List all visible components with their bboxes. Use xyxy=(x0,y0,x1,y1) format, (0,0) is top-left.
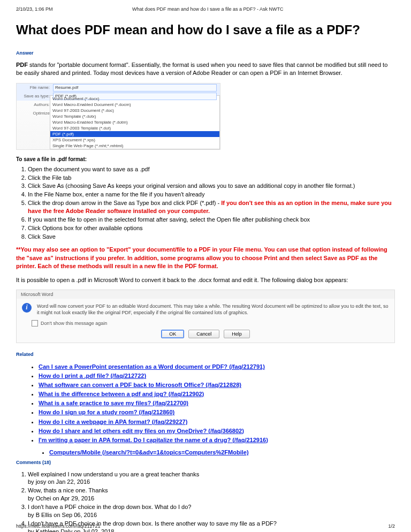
saveas-option: Word Macro-Enabled Template (*.dotm) xyxy=(50,119,219,125)
related-item: How do I cite a webpage in APA format? (… xyxy=(39,417,395,427)
related-list: Can I save a PowerPoint presentation as … xyxy=(39,362,395,444)
steps-list: Open the document you want to save as a … xyxy=(28,165,395,241)
authors-label: Authors: xyxy=(20,102,53,107)
step-item: In the File Name box, enter a name for t… xyxy=(28,191,395,199)
related-item: How do I sign up for a study room? (/faq… xyxy=(39,408,395,417)
optimize-label: Optimize xyxy=(20,111,53,116)
cancel-button[interactable]: Cancel xyxy=(188,330,219,338)
saveas-option: XPS Document (*.xps) xyxy=(50,137,219,143)
checkbox-icon xyxy=(32,320,38,326)
help-button[interactable]: Help xyxy=(224,330,250,338)
comment-item: Wow, thats a nice one. Thanksby Ochei on… xyxy=(28,487,395,503)
print-title: What does PDF mean and how do I save a f… xyxy=(132,6,284,12)
step-item: Click Save As (choosing Save As keeps yo… xyxy=(28,182,395,190)
print-header: 2/10/23, 1:06 PM What does PDF mean and … xyxy=(16,6,395,12)
info-icon: i xyxy=(22,303,32,313)
related-label: Related xyxy=(16,352,395,357)
related-topics: Computers/Mobile (/search/?t=0&adv=1&top… xyxy=(28,449,395,455)
saveas-option: Word Macro-Enabled Document (*.docm) xyxy=(50,102,219,108)
word-dialog-mock: Microsoft Word i Word will now convert y… xyxy=(16,290,395,343)
print-datetime: 2/10/23, 1:06 PM xyxy=(16,6,53,12)
related-link[interactable]: How do I print a .pdf file? (/faq/212722… xyxy=(39,373,146,379)
related-item: How do I print a .pdf file? (/faq/212722… xyxy=(39,371,395,381)
comment-item: Well explained I now understand u you ar… xyxy=(28,470,395,487)
intro-text: stands for "portable document format". E… xyxy=(16,62,387,76)
saveas-option: PDF (*.pdf) xyxy=(50,131,219,137)
comments-label: Comments (18) xyxy=(16,460,395,465)
word-dialog-title: Microsoft Word xyxy=(17,290,394,299)
related-link[interactable]: How do I sign up for a study room? (/faq… xyxy=(39,409,174,415)
comment-item: I don't have a PDF choice in the drop do… xyxy=(28,503,395,519)
saveas-option: Word 97-2003 Document (*.doc) xyxy=(50,108,219,113)
saveas-label: Save as type: xyxy=(20,94,53,98)
saveas-option: Word Template (*.dotx) xyxy=(50,113,219,119)
pdf-abbr: PDF xyxy=(16,62,28,68)
filename-label: File name: xyxy=(20,85,53,90)
related-item: How do I share and let others edit my fi… xyxy=(39,427,395,436)
word-dialog-checkbox[interactable]: Don't show this message again xyxy=(32,320,394,326)
intro-paragraph: PDF stands for "portable document format… xyxy=(16,61,395,78)
print-footer: https://nwtc.libanswers.com/faq/212721 1… xyxy=(16,523,395,529)
step-item: Click the drop down arrow in the Save as… xyxy=(28,199,395,215)
footer-url: https://nwtc.libanswers.com/faq/212721 xyxy=(16,523,101,529)
filename-field: Resume.pdf xyxy=(53,84,217,92)
related-item: Can I save a PowerPoint presentation as … xyxy=(39,362,395,371)
export-note: **You may also see an option to "Export"… xyxy=(16,246,395,270)
step-item: If you want the file to open in the sele… xyxy=(28,216,395,224)
saveas-type-list: Word Document (*.docx)Word Macro-Enabled… xyxy=(50,95,220,149)
checkbox-label: Don't show this message again xyxy=(41,321,107,326)
step-item: Open the document you want to save as a … xyxy=(28,165,395,173)
page-title: What does PDF mean and how do I save a f… xyxy=(16,22,395,37)
related-topic-link[interactable]: Computers/Mobile (/search/?t=0&adv=1&top… xyxy=(49,449,249,455)
answer-label: Answer xyxy=(16,50,395,56)
saveas-option: Word 97-2003 Template (*.dot) xyxy=(50,125,219,131)
steps-heading: To save a file in .pdf format: xyxy=(16,156,395,162)
related-link[interactable]: What is a safe practice to save my files… xyxy=(39,400,188,406)
related-link[interactable]: What is the difference between a pdf and… xyxy=(39,391,204,397)
related-item: What software can convert a PDF back to … xyxy=(39,381,395,390)
ok-button[interactable]: OK xyxy=(161,330,184,338)
related-link[interactable]: I'm writing a paper in APA format. Do I … xyxy=(39,437,268,443)
related-item: What is a safe practice to save my files… xyxy=(39,399,395,408)
step-item: Click the File tab xyxy=(28,174,395,182)
related-link[interactable]: How do I share and let others edit my fi… xyxy=(39,428,244,434)
related-link[interactable]: What software can convert a PDF back to … xyxy=(39,382,241,388)
word-dialog-msg: Word will now convert your PDF to an edi… xyxy=(37,303,389,316)
step-item: Click Save xyxy=(28,233,395,241)
related-link[interactable]: Can I save a PowerPoint presentation as … xyxy=(39,363,265,370)
step-item: Click Options box for other available op… xyxy=(28,224,395,232)
related-link[interactable]: How do I cite a webpage in APA format? (… xyxy=(39,419,187,425)
saveas-option: Single File Web Page (*.mht;*.mhtml) xyxy=(50,143,219,149)
comments-list: Well explained I now understand u you ar… xyxy=(28,470,395,532)
save-dialog-mock: File name: Resume.pdf Save as type: PDF … xyxy=(16,83,220,150)
convert-line: It is possible to open a .pdf in Microso… xyxy=(16,276,395,284)
related-item: What is the difference between a pdf and… xyxy=(39,390,395,399)
related-item: I'm writing a paper in APA format. Do I … xyxy=(39,436,395,445)
footer-page: 1/2 xyxy=(388,523,395,529)
